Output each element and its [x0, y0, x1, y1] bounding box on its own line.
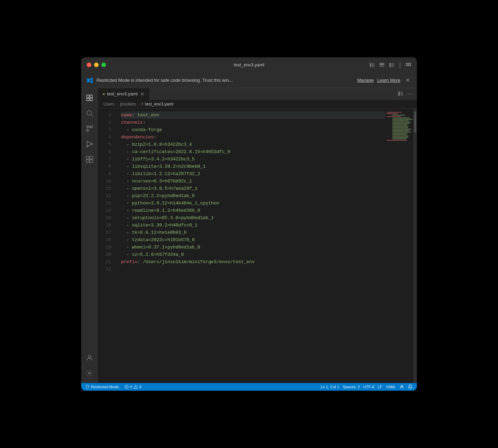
- more-actions-icon[interactable]: ···: [406, 89, 414, 99]
- minimap-line: [392, 134, 407, 135]
- svg-rect-27: [90, 160, 93, 162]
- status-bar: Restricted Mode 0 0 Ln 1, Col 1 Spaces: …: [81, 383, 417, 391]
- restricted-banner: Restricted Mode is intended for safe cod…: [81, 73, 417, 88]
- maximize-button[interactable]: [101, 63, 106, 67]
- minimap-line: [392, 115, 405, 116]
- banner-close-icon[interactable]: ✕: [404, 76, 411, 84]
- line-numbers: 1 2 3 4 5 6 7 8 9 10 11 12 13 14 15 16 1: [98, 109, 115, 383]
- code-line-11: - openssl=3.0.5=h7aea29f_1: [121, 185, 385, 192]
- scrollbar-thumb[interactable]: [414, 111, 416, 132]
- status-language-label: YAML: [386, 385, 396, 389]
- status-language[interactable]: YAML: [384, 385, 397, 389]
- status-bar-right: Ln 1, Col 1 Spaces: 2 UTF-8 LF YAML: [319, 384, 414, 389]
- close-button[interactable]: [87, 63, 91, 67]
- svg-rect-6: [406, 63, 407, 64]
- status-notifications-icon[interactable]: [406, 384, 414, 389]
- vscode-window: test_env3.yaml |: [81, 57, 417, 391]
- svg-point-28: [88, 355, 91, 358]
- status-accounts-icon[interactable]: [398, 384, 406, 389]
- code-line-10: - ncurses=6.3=h07bb92c_1: [121, 178, 385, 185]
- breadcrumb-filename[interactable]: test_env3.yaml: [145, 102, 173, 107]
- code-content[interactable]: name: test_env channels: - conda-forge d…: [115, 109, 385, 383]
- breadcrumb-sep-1: ›: [116, 102, 118, 107]
- editor-area: ● test_env3.yaml ✕ ··· Users: [98, 88, 417, 383]
- sidebar-item-accounts[interactable]: [83, 351, 97, 365]
- code-line-8: - libsqlite=3.39.2=h2c9beb0_1: [121, 163, 385, 170]
- code-line-5: - bzip2=1.0.8=h3422bc3_4: [121, 141, 385, 148]
- line-num-2: 2: [98, 119, 115, 126]
- learn-more-link[interactable]: Learn More: [377, 78, 400, 83]
- status-warnings: 0: [139, 385, 141, 389]
- manage-link[interactable]: Manage: [357, 78, 374, 83]
- code-line-1: name: test_env: [121, 111, 385, 119]
- code-line-13: - python=3.9.12=h14b404e_1_cpython: [121, 200, 385, 207]
- restricted-message: Restricted Mode is intended for safe cod…: [97, 78, 354, 83]
- activity-bar-bottom: [83, 351, 97, 383]
- tab-modified-dot: ●: [103, 92, 105, 96]
- layout-panel-icon[interactable]: [379, 62, 385, 68]
- sidebar-item-extensions[interactable]: [83, 152, 97, 166]
- status-restricted-mode[interactable]: Restricted Mode: [84, 385, 120, 389]
- line-num-17: 17: [98, 229, 115, 236]
- sidebar-item-run-debug[interactable]: [83, 137, 97, 151]
- minimap-line: [392, 137, 408, 138]
- window-title: test_env3.yaml: [234, 62, 264, 67]
- svg-rect-14: [90, 95, 92, 97]
- line-num-19: 19: [98, 244, 115, 251]
- sidebar-item-explorer[interactable]: [83, 91, 97, 105]
- error-icon: [124, 385, 129, 389]
- minimap-line: [392, 138, 406, 139]
- split-editor-icon[interactable]: [396, 89, 405, 99]
- svg-point-20: [87, 129, 89, 131]
- line-num-5: 5: [98, 141, 115, 148]
- minimap-line: [392, 117, 410, 118]
- customize-layout-icon[interactable]: [406, 62, 411, 68]
- layout-sidebar-icon[interactable]: [369, 62, 375, 68]
- sidebar-item-settings[interactable]: [83, 366, 97, 380]
- code-line-15: - setuptools=65.3.0=pyhd8ed1ab_1: [121, 214, 385, 222]
- svg-rect-8: [410, 63, 411, 64]
- status-errors-warnings[interactable]: 0 0: [123, 385, 143, 389]
- sidebar-item-source-control[interactable]: [83, 122, 97, 136]
- minimap-line: [392, 129, 411, 130]
- line-num-4: 4: [98, 133, 115, 141]
- breadcrumb-exclaim: !: [142, 102, 143, 107]
- line-num-15: 15: [98, 214, 115, 222]
- svg-rect-25: [90, 156, 93, 159]
- code-line-12: - pip=22.2.2=pyhd8ed1ab_0: [121, 192, 385, 200]
- minimap-line: [392, 133, 408, 134]
- vertical-scrollbar[interactable]: [413, 109, 417, 383]
- vscode-logo-icon: [87, 77, 93, 84]
- status-encoding-label: UTF-8: [363, 385, 374, 389]
- status-encoding[interactable]: UTF-8: [362, 385, 376, 389]
- status-line-ending[interactable]: LF: [376, 385, 384, 389]
- line-num-8: 8: [98, 163, 115, 170]
- svg-rect-5: [392, 63, 394, 67]
- svg-rect-0: [370, 63, 371, 67]
- status-spaces-label: Spaces: 2: [343, 385, 360, 389]
- tab-test-env3-yaml[interactable]: ● test_env3.yaml ✕: [98, 88, 150, 100]
- minimap-line: [387, 113, 398, 114]
- status-errors: 0: [130, 385, 132, 389]
- breadcrumb-jinsolkim[interactable]: jinsolkim: [120, 102, 136, 107]
- svg-rect-30: [398, 92, 400, 96]
- breadcrumb-users[interactable]: Users: [104, 102, 114, 107]
- status-restricted-label: Restricted Mode: [91, 385, 119, 389]
- svg-line-17: [91, 115, 93, 116]
- minimap-line: [387, 140, 407, 141]
- layout-split-icon[interactable]: [389, 62, 394, 68]
- code-editor[interactable]: 1 2 3 4 5 6 7 8 9 10 11 12 13 14 15 16 1: [98, 109, 417, 383]
- tab-close-icon[interactable]: ✕: [140, 91, 144, 97]
- tab-actions: ···: [396, 89, 417, 99]
- minimap-line: [392, 122, 411, 123]
- line-num-14: 14: [98, 207, 115, 214]
- code-line-22: [121, 266, 385, 273]
- minimize-button[interactable]: [94, 63, 99, 67]
- status-position[interactable]: Ln 1, Col 1: [319, 385, 341, 389]
- sidebar-item-search[interactable]: [83, 106, 97, 120]
- minimap-line: [392, 123, 410, 124]
- status-spaces[interactable]: Spaces: 2: [341, 385, 361, 389]
- svg-point-29: [88, 373, 91, 375]
- minimap-line: [392, 127, 408, 128]
- svg-rect-31: [401, 92, 403, 96]
